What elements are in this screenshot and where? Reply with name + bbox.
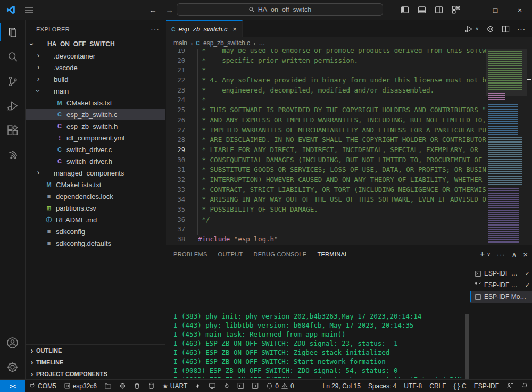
tree-item[interactable]: ⓘ README.md: [26, 214, 165, 226]
panel-tab[interactable]: OUTPUT: [218, 245, 243, 263]
build-flash-monitor-item[interactable]: [234, 380, 248, 392]
com-port-item[interactable]: COM5: [25, 380, 60, 392]
full-clean-item[interactable]: [130, 380, 144, 392]
terminal-dropdown-chevron-icon[interactable]: ∨: [487, 252, 491, 257]
terminal-scrollbar[interactable]: [466, 314, 469, 381]
breadcrumb-folder[interactable]: main: [173, 39, 187, 47]
section-label: PROJECT COMPONENTS: [36, 371, 107, 377]
terminal-output[interactable]: I (383) phy_init: phy_version 202,b4b326…: [173, 266, 467, 378]
sidebar-section-header[interactable]: › TIMELINE: [26, 356, 165, 368]
tree-item[interactable]: ! idf_component.yml: [26, 132, 165, 144]
nav-forward-icon[interactable]: →: [165, 5, 173, 14]
editor-settings-gear-icon[interactable]: [486, 25, 494, 33]
tree-item[interactable]: › managed_components: [26, 167, 165, 179]
terminal-list-item[interactable]: ESP-IDF Mo…: [470, 291, 532, 303]
flash-item[interactable]: [220, 380, 234, 392]
command-center-search[interactable]: HA_on_off_switch: [177, 3, 383, 16]
tree-item[interactable]: C switch_driver.c: [26, 144, 165, 155]
feedback-item[interactable]: [503, 380, 518, 392]
toggle-sidebar-icon[interactable]: [401, 6, 409, 14]
tree-item[interactable]: C esp_zb_switch.c: [26, 109, 165, 120]
line-number: 23: [166, 86, 185, 96]
tree-item[interactable]: ≡ sdkconfig: [26, 226, 165, 237]
breadcrumb-file[interactable]: esp_zb_switch.c: [203, 39, 250, 47]
menuconfig-item[interactable]: [115, 380, 130, 392]
panel-tab[interactable]: TERMINAL: [317, 245, 348, 263]
code-line: 35 * POSSIBILITY OF SUCH DAMAGE.: [166, 205, 532, 215]
monitor-item[interactable]: [205, 380, 220, 392]
code-editor[interactable]: 19 * may be used to endorse or promote p…: [166, 49, 532, 245]
panel-more-actions-icon[interactable]: ···: [497, 251, 505, 258]
explorer-more-actions-icon[interactable]: ···: [151, 25, 160, 34]
tree-item[interactable]: › .devcontainer: [26, 50, 165, 62]
flame-icon: [223, 382, 230, 389]
toggle-panel-icon[interactable]: [418, 6, 426, 14]
line-text: [185, 224, 198, 235]
notifications-item[interactable]: [518, 380, 532, 392]
toggle-secondary-sidebar-icon[interactable]: [435, 6, 443, 14]
file-type-icon: !: [55, 135, 64, 141]
tree-item[interactable]: C esp_zb_switch.h: [26, 120, 165, 132]
tab-esp-zb-switch[interactable]: C esp_zb_switch.c ×: [166, 20, 243, 37]
sidebar-section-header[interactable]: › PROJECT COMPONENTS: [26, 368, 165, 379]
esp-idf-version-item[interactable]: ESP-IDF: [470, 380, 503, 392]
flash-method-item[interactable]: [101, 380, 115, 392]
indentation-item[interactable]: Spaces: 4: [364, 380, 400, 392]
minimap[interactable]: [486, 49, 527, 245]
eol-item[interactable]: CRLF: [426, 380, 450, 392]
activity-run-debug-icon[interactable]: [0, 94, 26, 118]
run-dropdown-chevron-icon[interactable]: ∨: [475, 26, 479, 31]
activity-search-icon[interactable]: [0, 45, 26, 69]
window-close-button[interactable]: ×: [508, 0, 532, 20]
tree-item[interactable]: › .vscode: [26, 62, 165, 73]
tree-item[interactable]: ≡ dependencies.lock: [26, 190, 165, 202]
editor-more-actions-icon[interactable]: ···: [517, 25, 526, 33]
activity-extensions-icon[interactable]: [0, 118, 26, 143]
accounts-icon[interactable]: [0, 330, 26, 355]
terminal-list-item[interactable]: ESP-IDF … ✓: [470, 268, 532, 279]
tree-item[interactable]: ⊞ partitions.csv: [26, 202, 165, 214]
line-number: 37: [166, 224, 185, 235]
device-target-item[interactable]: esp32c6: [60, 380, 101, 392]
maximize-panel-icon[interactable]: ∧: [512, 251, 517, 258]
menu-hamburger-icon[interactable]: [25, 7, 33, 13]
cursor-position-item[interactable]: Ln 29, Col 15: [319, 380, 364, 392]
close-panel-icon[interactable]: ×: [523, 250, 528, 259]
tab-close-icon[interactable]: ×: [232, 25, 237, 33]
terminal-list-item[interactable]: ESP-IDF … ✓: [470, 279, 532, 291]
erase-flash-item[interactable]: [144, 380, 159, 392]
nav-back-icon[interactable]: ←: [149, 5, 157, 14]
build-item[interactable]: [191, 380, 205, 392]
window-minimize-button[interactable]: –: [459, 0, 483, 20]
line-number: 26: [166, 115, 185, 126]
language-mode-item[interactable]: { } C: [450, 380, 470, 392]
panel-tab[interactable]: DEBUG CONSOLE: [254, 245, 307, 263]
tree-item[interactable]: ≡ sdkconfig.defaults: [26, 237, 165, 249]
run-device-icon[interactable]: [465, 25, 473, 33]
window-maximize-button[interactable]: □: [483, 0, 508, 20]
tree-item[interactable]: › HA_ON_OFF_SWITCH: [26, 38, 165, 50]
overview-ruler[interactable]: [527, 49, 532, 245]
tree-item[interactable]: M CMakeLists.txt: [26, 97, 165, 109]
code-line: 31 * SUBSTITUTE GOODS OR SERVICES; LOSS …: [166, 165, 532, 175]
line-number: 19: [166, 49, 185, 56]
panel-tab[interactable]: PROBLEMS: [173, 245, 207, 263]
remote-indicator[interactable]: ><: [0, 380, 25, 392]
problems-item[interactable]: 0 0: [262, 380, 297, 392]
tree-item[interactable]: › main: [26, 85, 165, 97]
activity-source-control-icon[interactable]: [0, 69, 26, 94]
encoding-item[interactable]: UTF-8: [400, 380, 426, 392]
tree-item[interactable]: C switch_driver.h: [26, 155, 165, 167]
tree-item[interactable]: M CMakeLists.txt: [26, 179, 165, 190]
activity-explorer-icon[interactable]: [0, 20, 26, 45]
sidebar-section-header[interactable]: › OUTLINE: [26, 344, 165, 356]
activity-espressif-icon[interactable]: [0, 143, 26, 167]
tree-item[interactable]: › build: [26, 73, 165, 85]
uart-item[interactable]: ★ UART: [159, 380, 191, 392]
settings-gear-icon[interactable]: [0, 355, 26, 379]
open-ocd-item[interactable]: [248, 380, 262, 392]
breadcrumb-symbol[interactable]: …: [259, 39, 265, 47]
split-editor-icon[interactable]: [502, 25, 510, 33]
new-terminal-icon[interactable]: +: [480, 249, 485, 259]
line-text: * 4. Any software provided in binary for…: [185, 76, 514, 86]
